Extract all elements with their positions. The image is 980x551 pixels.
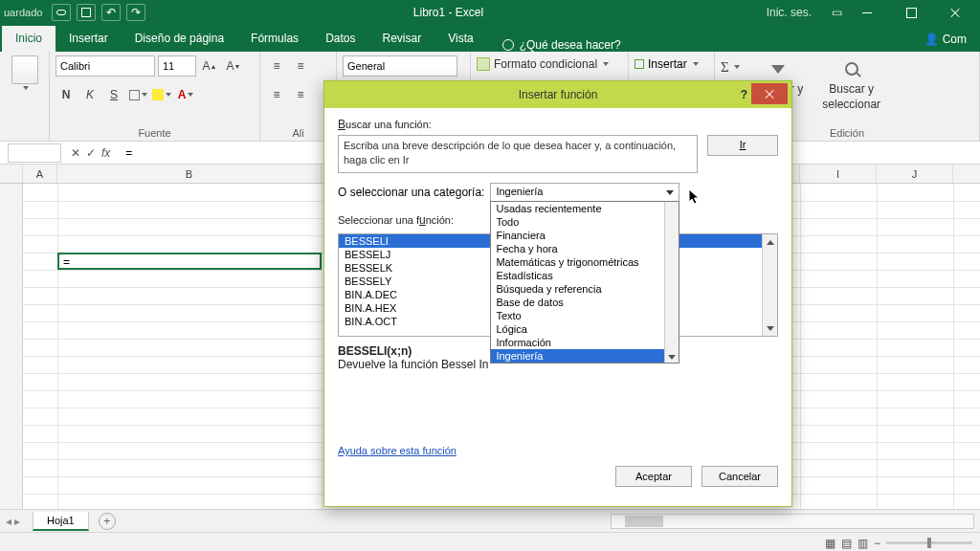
- horizontal-scrollbar[interactable]: [611, 514, 974, 529]
- paste-button[interactable]: [6, 55, 43, 90]
- align-mid-icon[interactable]: ≡: [290, 55, 311, 77]
- enter-formula-icon[interactable]: ✓: [86, 146, 96, 160]
- decrease-font-icon[interactable]: A▼: [223, 55, 244, 77]
- increase-font-icon[interactable]: A▲: [199, 55, 220, 77]
- insert-function-dialog: Insertar función ? Buscar una función: E…: [323, 80, 792, 507]
- view-normal-icon[interactable]: ▦: [825, 537, 835, 550]
- category-dropdown-list: Usadas recientemente Todo Financiera Fec…: [490, 201, 679, 364]
- insert-icon: [635, 59, 644, 69]
- chevron-down-icon: [23, 86, 29, 90]
- tab-vista[interactable]: Vista: [434, 26, 486, 52]
- function-help-link[interactable]: Ayuda sobre esta función: [338, 445, 778, 456]
- align-center-icon[interactable]: ≡: [290, 84, 311, 105]
- align-top-icon[interactable]: ≡: [266, 55, 287, 77]
- align-left-icon[interactable]: ≡: [266, 84, 287, 105]
- fx-icon[interactable]: fx: [101, 146, 110, 160]
- sheet-nav[interactable]: ◂ ▸: [6, 515, 20, 528]
- sheet-tab-1[interactable]: Hoja1: [33, 512, 89, 531]
- ok-button[interactable]: Aceptar: [615, 466, 692, 487]
- dropdown-scrollbar[interactable]: [664, 202, 679, 363]
- mouse-cursor-icon: [689, 189, 702, 207]
- tab-inicio[interactable]: Inicio: [2, 26, 56, 52]
- tab-diseno[interactable]: Diseño de página: [122, 26, 237, 52]
- autosum-button[interactable]: Σ: [721, 57, 741, 77]
- cancel-button[interactable]: Cancelar: [702, 466, 778, 487]
- cat-option[interactable]: Financiera: [491, 229, 679, 242]
- cat-option[interactable]: Usadas recientemente: [491, 202, 679, 215]
- find-select-button[interactable]: Buscar y seleccionar: [814, 55, 888, 111]
- category-select[interactable]: Ingeniería Usadas recientemente Todo Fin…: [490, 183, 679, 202]
- ribbon-tabs: Inicio Insertar Diseño de página Fórmula…: [0, 25, 980, 52]
- minimize-button[interactable]: [846, 0, 888, 25]
- clipboard-group: [0, 52, 50, 141]
- col-header-a[interactable]: A: [23, 165, 57, 183]
- bold-button[interactable]: N: [56, 84, 77, 105]
- select-all-corner[interactable]: [0, 165, 23, 183]
- category-value: Ingeniería: [490, 183, 679, 202]
- redo-icon[interactable]: ↷: [126, 4, 145, 21]
- cat-option[interactable]: Base de datos: [491, 296, 679, 309]
- cat-option[interactable]: Búsqueda y referencia: [491, 282, 679, 296]
- font-size-combo[interactable]: 11: [158, 55, 196, 77]
- border-button[interactable]: [127, 84, 148, 105]
- close-window-button[interactable]: [934, 0, 976, 25]
- tab-insertar[interactable]: Insertar: [56, 26, 122, 52]
- ribbon-options-icon[interactable]: ▭: [827, 4, 846, 21]
- maximize-button[interactable]: [890, 0, 932, 25]
- active-cell[interactable]: =: [57, 253, 322, 270]
- tab-datos[interactable]: Datos: [312, 26, 368, 52]
- cat-option[interactable]: Matemáticas y trigonométricas: [491, 255, 679, 269]
- cat-option[interactable]: Todo: [491, 215, 679, 229]
- scroll-down-icon[interactable]: [763, 320, 777, 336]
- cancel-formula-icon[interactable]: ✕: [71, 146, 80, 160]
- font-name-combo[interactable]: Calibri: [56, 55, 155, 77]
- col-header-i[interactable]: I: [800, 165, 877, 183]
- cat-option[interactable]: Información: [491, 336, 679, 349]
- go-button[interactable]: Ir: [707, 135, 778, 156]
- share-icon: 👤: [924, 33, 939, 46]
- cat-option-selected[interactable]: Ingeniería: [491, 349, 679, 363]
- dialog-help-icon[interactable]: ?: [741, 88, 747, 101]
- italic-button[interactable]: K: [79, 84, 100, 105]
- fill-color-button[interactable]: [151, 84, 172, 105]
- cat-option[interactable]: Lógica: [491, 322, 679, 336]
- dialog-close-button[interactable]: [751, 83, 788, 104]
- cat-option[interactable]: Fecha y hora: [491, 242, 679, 255]
- undo-icon[interactable]: ↶: [101, 4, 121, 21]
- insert-label: Insertar: [648, 57, 687, 71]
- view-layout-icon[interactable]: ▤: [841, 537, 852, 550]
- align-group-label: Ali: [266, 125, 330, 139]
- share-button[interactable]: 👤Com: [911, 27, 980, 52]
- font-color-button[interactable]: A: [175, 84, 196, 105]
- scroll-up-icon[interactable]: [763, 234, 777, 250]
- insert-cells-button[interactable]: Insertar: [635, 55, 699, 73]
- tab-formulas[interactable]: Fórmulas: [237, 26, 312, 52]
- title-bar: uardado ↶ ↷ Libro1 - Excel Inic. ses. ▭: [0, 0, 980, 25]
- col-header-j[interactable]: J: [877, 165, 953, 183]
- listbox-scrollbar[interactable]: [762, 234, 777, 336]
- number-format-combo[interactable]: General: [343, 55, 457, 77]
- save-icon[interactable]: [77, 4, 96, 21]
- funnel-icon: [771, 65, 785, 74]
- dialog-titlebar[interactable]: Insertar función ?: [324, 81, 791, 108]
- tell-me[interactable]: ¿Qué desea hacer?: [493, 38, 631, 52]
- sheet-tabs: ◂ ▸ Hoja1 +: [0, 509, 980, 532]
- col-header-b[interactable]: B: [57, 165, 322, 183]
- autosave-toggle[interactable]: [52, 4, 71, 21]
- search-function-input[interactable]: Escriba una breve descripción de lo que …: [338, 135, 698, 173]
- font-group: Calibri 11 A▲ A▼ N K S A Fuente: [50, 52, 260, 141]
- cat-option[interactable]: Texto: [491, 309, 679, 322]
- name-box[interactable]: [8, 143, 61, 163]
- add-sheet-button[interactable]: +: [99, 513, 116, 530]
- cond-format-icon: [477, 57, 490, 71]
- view-break-icon[interactable]: ▥: [858, 537, 868, 550]
- cat-option[interactable]: Estadísticas: [491, 269, 679, 282]
- font-group-label: Fuente: [56, 125, 254, 139]
- magnifier-icon: [845, 62, 858, 76]
- underline-button[interactable]: S: [103, 84, 124, 105]
- tab-revisar[interactable]: Revisar: [368, 26, 434, 52]
- signin-label[interactable]: Inic. ses.: [751, 6, 827, 19]
- zoom-slider[interactable]: [886, 541, 972, 544]
- conditional-format-button[interactable]: Formato condicional: [477, 55, 609, 73]
- zoom-out-icon[interactable]: −: [874, 537, 880, 550]
